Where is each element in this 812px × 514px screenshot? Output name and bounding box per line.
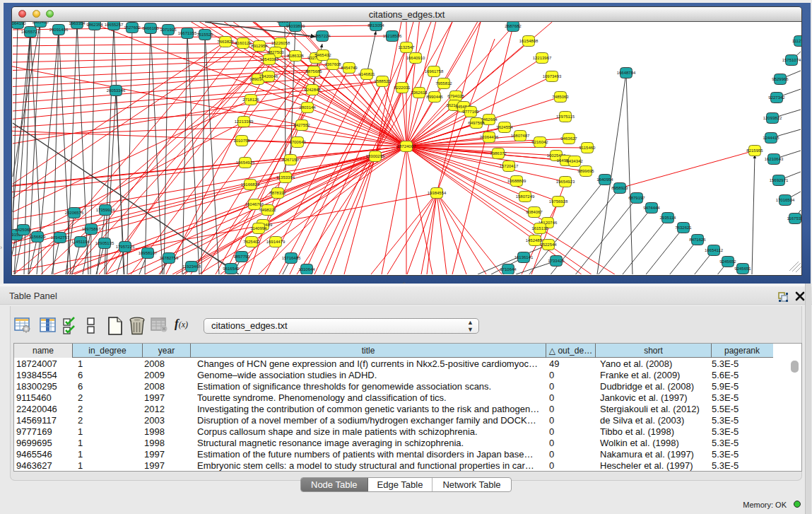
svg-text:15720417: 15720417 — [500, 164, 519, 168]
svg-text:12942757: 12942757 — [51, 235, 70, 240]
svg-text:19756928: 19756928 — [549, 199, 568, 204]
svg-text:18300295: 18300295 — [366, 154, 385, 158]
svg-text:16154808: 16154808 — [519, 39, 539, 43]
svg-text:7632621: 7632621 — [675, 226, 692, 230]
svg-text:19218506: 19218506 — [383, 34, 402, 38]
svg-text:1140994: 1140994 — [251, 226, 268, 230]
svg-text:7515525: 7515525 — [196, 33, 213, 37]
svg-text:10654112: 10654112 — [705, 248, 724, 252]
svg-text:12093822: 12093822 — [763, 116, 782, 120]
svg-text:1640954: 1640954 — [596, 177, 613, 182]
svg-text:20053346: 20053346 — [107, 88, 126, 93]
svg-text:9474444: 9474444 — [643, 206, 660, 210]
svg-text:1733426: 1733426 — [548, 259, 565, 263]
svg-text:9227342: 9227342 — [768, 95, 785, 100]
svg-text:8427552: 8427552 — [293, 123, 310, 127]
svg-text:16648784: 16648784 — [617, 71, 636, 75]
svg-text:17359924: 17359924 — [96, 208, 115, 212]
svg-text:6794028: 6794028 — [447, 94, 464, 98]
svg-text:1963354: 1963354 — [69, 22, 86, 25]
svg-text:2718126: 2718126 — [242, 98, 259, 102]
svg-text:1244415: 1244415 — [763, 136, 779, 140]
svg-text:14055721: 14055721 — [21, 30, 40, 34]
svg-text:2935114: 2935114 — [660, 216, 677, 220]
svg-text:9899695: 9899695 — [577, 169, 594, 173]
svg-text:11353394: 11353394 — [276, 175, 295, 180]
svg-text:18724007: 18724007 — [397, 144, 416, 148]
svg-text:15716485: 15716485 — [282, 256, 301, 260]
svg-text:2522544: 2522544 — [540, 243, 557, 247]
svg-text:10958107: 10958107 — [139, 251, 158, 255]
svg-text:6434342: 6434342 — [566, 159, 583, 163]
svg-text:9146821: 9146821 — [358, 72, 375, 76]
svg-text:15226058: 15226058 — [271, 41, 290, 45]
svg-text:20206576: 20206576 — [65, 211, 84, 215]
svg-text:8222031: 8222031 — [394, 86, 411, 90]
svg-text:16046766: 16046766 — [245, 202, 264, 206]
svg-text:7986372: 7986372 — [490, 151, 507, 156]
svg-text:8215955: 8215955 — [746, 148, 763, 153]
svg-text:9862354: 9862354 — [86, 23, 103, 27]
svg-text:20091406: 20091406 — [49, 28, 69, 32]
svg-text:16782759: 16782759 — [160, 256, 179, 260]
svg-text:15807249: 15807249 — [516, 194, 535, 199]
svg-text:1167533: 1167533 — [787, 216, 801, 221]
svg-text:10688809: 10688809 — [507, 179, 526, 183]
svg-text:11923468: 11923468 — [182, 264, 201, 269]
svg-text:6466160: 6466160 — [142, 26, 159, 30]
svg-text:11451194: 11451194 — [71, 240, 90, 244]
svg-text:10543382: 10543382 — [260, 57, 279, 62]
svg-text:8267150: 8267150 — [282, 158, 299, 162]
svg-text:16210643: 16210643 — [765, 157, 784, 161]
svg-text:9777169: 9777169 — [462, 110, 479, 114]
svg-text:17957225: 17957225 — [116, 245, 135, 249]
svg-text:10655257: 10655257 — [105, 23, 124, 27]
svg-text:6216042: 6216042 — [531, 140, 548, 144]
svg-text:15751074: 15751074 — [782, 58, 801, 62]
svg-text:8875685: 8875685 — [305, 69, 322, 74]
svg-text:16914479: 16914479 — [266, 240, 286, 244]
svg-text:19384554: 19384554 — [428, 191, 447, 195]
svg-text:19166829: 19166829 — [241, 182, 260, 187]
svg-text:6879197: 6879197 — [628, 196, 645, 200]
svg-text:9857791: 9857791 — [233, 255, 250, 259]
svg-text:1132547: 1132547 — [399, 45, 416, 49]
svg-text:15692971: 15692971 — [770, 178, 789, 182]
svg-text:8958923: 8958923 — [611, 186, 628, 190]
svg-text:16033809: 16033809 — [286, 24, 305, 28]
svg-text:1156829: 1156829 — [30, 235, 47, 239]
svg-text:23420046: 23420046 — [259, 74, 278, 78]
svg-text:12905135: 12905135 — [95, 241, 114, 245]
svg-text:8186328: 8186328 — [287, 54, 304, 58]
svg-text:12213967: 12213967 — [533, 56, 552, 60]
svg-text:7663822: 7663822 — [217, 40, 234, 44]
svg-text:7955812: 7955812 — [435, 81, 452, 86]
svg-text:7485063: 7485063 — [552, 95, 569, 99]
svg-text:9245651: 9245651 — [734, 267, 751, 271]
svg-text:6497568: 6497568 — [468, 121, 485, 125]
svg-text:10975867: 10975867 — [82, 227, 101, 231]
svg-text:1112753: 1112753 — [792, 39, 801, 43]
svg-text:8471626: 8471626 — [689, 238, 706, 242]
svg-text:1425061: 1425061 — [15, 228, 32, 232]
svg-text:12213389: 12213389 — [235, 119, 254, 124]
svg-text:7625402: 7625402 — [243, 240, 260, 244]
svg-text:16961758: 16961758 — [425, 69, 444, 74]
svg-text:9084067: 9084067 — [526, 210, 543, 214]
svg-text:2064190: 2064190 — [12, 22, 26, 25]
svg-text:1905415: 1905415 — [32, 22, 49, 24]
svg-text:7857224: 7857224 — [314, 34, 331, 38]
svg-text:12975115: 12975115 — [556, 115, 575, 119]
svg-text:8878332: 8878332 — [269, 191, 286, 195]
svg-text:19654925: 19654925 — [236, 160, 255, 165]
svg-text:8813054: 8813054 — [367, 23, 384, 28]
svg-text:9529966: 9529966 — [772, 77, 789, 81]
svg-text:6498222: 6498222 — [259, 208, 276, 212]
svg-text:5465432: 5465432 — [314, 53, 331, 57]
svg-text:1700643: 1700643 — [289, 140, 306, 144]
svg-text:8990446: 8990446 — [426, 95, 443, 99]
svg-text:2803144: 2803144 — [299, 105, 316, 110]
svg-text:10807487: 10807487 — [511, 134, 530, 138]
svg-text:10973493: 10973493 — [543, 74, 562, 78]
svg-text:8160123: 8160123 — [235, 41, 252, 45]
